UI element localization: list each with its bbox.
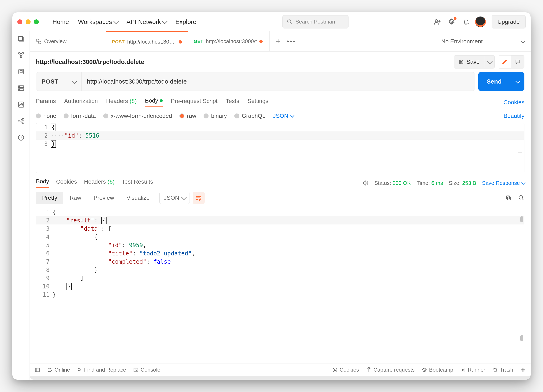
view-visualize[interactable]: Visualize bbox=[120, 192, 156, 204]
unsaved-dot-icon bbox=[259, 40, 263, 43]
response-body-editor[interactable]: 1{ 2 "result": { 3 "data": [ 4 { 5 "id":… bbox=[36, 208, 524, 359]
environment-selector[interactable]: No Environment bbox=[435, 31, 531, 51]
tab-overview[interactable]: Overview bbox=[30, 31, 106, 51]
tab-title: http://localhost:3000/t bbox=[206, 38, 257, 45]
notifications-button[interactable] bbox=[461, 16, 472, 28]
view-raw[interactable]: Raw bbox=[63, 192, 87, 204]
footer-cookies[interactable]: Cookies bbox=[332, 367, 359, 373]
footer-layout[interactable] bbox=[520, 367, 526, 373]
svg-line-26 bbox=[522, 199, 524, 200]
beautify-link[interactable]: Beautify bbox=[503, 113, 524, 119]
chevron-down-icon bbox=[290, 113, 294, 118]
window-close-button[interactable] bbox=[17, 19, 22, 24]
menu-home[interactable]: Home bbox=[50, 16, 72, 28]
tab-authorization[interactable]: Authorization bbox=[64, 98, 98, 107]
save-response-button[interactable]: Save Response bbox=[482, 180, 524, 186]
wrap-lines-button[interactable] bbox=[193, 192, 205, 204]
body-type-xwww[interactable]: x-www-form-urlencoded bbox=[103, 113, 172, 119]
edit-button[interactable] bbox=[498, 55, 511, 68]
radio-icon bbox=[234, 113, 239, 118]
body-type-none[interactable]: none bbox=[36, 113, 56, 119]
monitors-icon[interactable] bbox=[17, 101, 25, 108]
scrollbar-thumb[interactable] bbox=[520, 335, 523, 341]
footer-bootcamp[interactable]: Bootcamp bbox=[422, 367, 453, 373]
invite-button[interactable] bbox=[432, 16, 443, 28]
view-pretty[interactable]: Pretty bbox=[36, 192, 63, 204]
menu-explore[interactable]: Explore bbox=[172, 16, 199, 28]
environments-icon[interactable] bbox=[17, 68, 25, 75]
menu-api-network[interactable]: API Network bbox=[124, 16, 169, 28]
resp-completed: false bbox=[153, 258, 171, 265]
tab-request-1[interactable]: POST http://localhost:3000/ bbox=[106, 31, 188, 51]
find-replace[interactable]: Find and Replace bbox=[77, 367, 126, 373]
history-icon[interactable] bbox=[17, 134, 25, 141]
new-tab-button[interactable]: + bbox=[276, 37, 280, 46]
settings-button[interactable] bbox=[446, 16, 457, 28]
footer-trash[interactable]: Trash bbox=[492, 367, 514, 373]
titlebar: Home Workspaces API Network Explore Sear… bbox=[12, 12, 531, 31]
console-toggle[interactable]: Console bbox=[133, 367, 160, 373]
search-placeholder: Search Postman bbox=[295, 19, 335, 25]
response-tab-headers[interactable]: Headers (6) bbox=[84, 179, 115, 188]
upgrade-button[interactable]: Upgrade bbox=[492, 15, 526, 28]
footer-capture[interactable]: Capture requests bbox=[366, 367, 415, 373]
request-tabs: Overview POST http://localhost:3000/ GET… bbox=[30, 31, 531, 52]
body-type-graphql[interactable]: GraphQL bbox=[234, 113, 266, 119]
fold-handle-icon[interactable]: — bbox=[518, 148, 522, 156]
trash-icon bbox=[492, 367, 498, 373]
globe-icon[interactable] bbox=[363, 180, 368, 186]
tab-options-button[interactable]: ••• bbox=[287, 38, 296, 45]
save-button[interactable]: Save bbox=[454, 55, 484, 68]
method-selector[interactable]: POST bbox=[36, 73, 82, 90]
footer-runner[interactable]: Runner bbox=[460, 367, 485, 373]
avatar[interactable] bbox=[475, 17, 486, 27]
cookies-link[interactable]: Cookies bbox=[503, 99, 524, 106]
collections-icon[interactable] bbox=[17, 35, 25, 42]
apis-icon[interactable] bbox=[17, 52, 25, 59]
tab-body[interactable]: Body bbox=[145, 97, 163, 107]
unsaved-dot-icon bbox=[179, 40, 182, 44]
send-button[interactable]: Send bbox=[478, 72, 524, 91]
cookie-icon bbox=[332, 367, 338, 373]
window-minimize-button[interactable] bbox=[26, 19, 31, 24]
resp-id: 9959 bbox=[129, 242, 143, 249]
mock-servers-icon[interactable] bbox=[17, 84, 25, 92]
request-body-editor[interactable]: 1{ 2····"id": 5516 3} — bbox=[36, 123, 524, 173]
tab-params[interactable]: Params bbox=[36, 98, 56, 107]
tab-tests[interactable]: Tests bbox=[226, 98, 239, 107]
comment-button[interactable] bbox=[511, 55, 524, 68]
response-format-selector[interactable]: JSON bbox=[159, 192, 190, 204]
tab-prerequest[interactable]: Pre-request Script bbox=[171, 98, 218, 107]
window-zoom-button[interactable] bbox=[34, 19, 39, 24]
save-dropdown[interactable] bbox=[484, 55, 495, 68]
headers-count: (8) bbox=[130, 98, 137, 104]
tab-settings[interactable]: Settings bbox=[248, 98, 268, 107]
svg-point-14 bbox=[19, 89, 20, 90]
svg-rect-38 bbox=[523, 368, 525, 370]
response-tab-cookies[interactable]: Cookies bbox=[56, 179, 77, 188]
svg-point-34 bbox=[335, 370, 335, 370]
response-tab-body[interactable]: Body bbox=[36, 178, 49, 188]
view-preview[interactable]: Preview bbox=[87, 192, 120, 204]
tab-overview-label: Overview bbox=[44, 38, 67, 45]
response-tab-test-results[interactable]: Test Results bbox=[122, 179, 153, 188]
url-input[interactable]: http://localhost:3000/trpc/todo.delete bbox=[82, 78, 475, 85]
sidebar-toggle[interactable] bbox=[35, 367, 40, 373]
search-icon[interactable] bbox=[518, 195, 524, 201]
tab-request-2[interactable]: GET http://localhost:3000/t bbox=[188, 31, 270, 51]
status-online[interactable]: Online bbox=[47, 367, 70, 373]
body-type-binary[interactable]: binary bbox=[204, 113, 227, 119]
copy-icon[interactable] bbox=[505, 195, 512, 201]
menu-workspaces[interactable]: Workspaces bbox=[75, 16, 120, 28]
raw-format-selector[interactable]: JSON bbox=[273, 113, 293, 119]
search-input[interactable]: Search Postman bbox=[283, 15, 349, 28]
body-type-form-data[interactable]: form-data bbox=[64, 113, 96, 119]
send-dropdown[interactable] bbox=[510, 72, 524, 91]
scrollbar-thumb[interactable] bbox=[520, 216, 523, 222]
body-id-value: 5516 bbox=[85, 132, 99, 139]
horizontal-scrollbar[interactable] bbox=[30, 376, 531, 380]
flows-icon[interactable] bbox=[17, 118, 25, 125]
menu-api-network-label: API Network bbox=[127, 18, 161, 25]
body-type-raw[interactable]: raw bbox=[179, 113, 196, 119]
tab-headers[interactable]: Headers (8) bbox=[106, 98, 137, 107]
